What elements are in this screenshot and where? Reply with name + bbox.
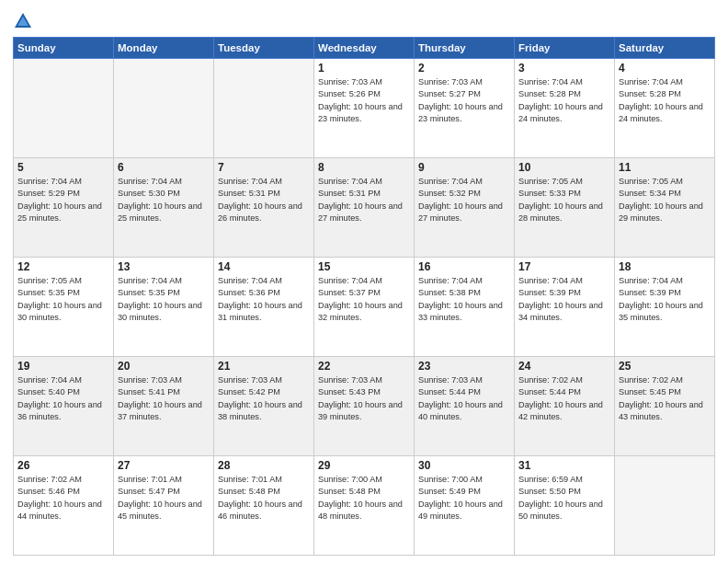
calendar-cell: 17Sunrise: 7:04 AMSunset: 5:39 PMDayligh…	[515, 258, 615, 357]
calendar-header-wednesday: Wednesday	[314, 38, 415, 59]
calendar-cell: 16Sunrise: 7:04 AMSunset: 5:38 PMDayligh…	[415, 258, 515, 357]
day-number: 1	[318, 62, 410, 75]
calendar-cell: 13Sunrise: 7:04 AMSunset: 5:35 PMDayligh…	[114, 258, 214, 357]
logo-icon	[13, 11, 33, 31]
day-number: 10	[518, 161, 610, 174]
day-number: 25	[619, 360, 711, 373]
cell-info: Sunrise: 6:59 AMSunset: 5:50 PMDaylight:…	[518, 474, 610, 523]
page: SundayMondayTuesdayWednesdayThursdayFrid…	[0, 0, 728, 563]
cell-info: Sunrise: 7:02 AMSunset: 5:46 PMDaylight:…	[17, 474, 109, 523]
cell-info: Sunrise: 7:03 AMSunset: 5:42 PMDaylight:…	[218, 374, 310, 423]
calendar-header-row: SundayMondayTuesdayWednesdayThursdayFrid…	[14, 38, 715, 59]
calendar-week-row: 26Sunrise: 7:02 AMSunset: 5:46 PMDayligh…	[14, 456, 715, 556]
cell-info: Sunrise: 7:04 AMSunset: 5:30 PMDaylight:…	[118, 176, 210, 224]
cell-info: Sunrise: 7:04 AMSunset: 5:39 PMDaylight:…	[518, 275, 610, 324]
day-number: 8	[318, 161, 410, 174]
day-number: 30	[418, 459, 510, 472]
calendar-week-row: 5Sunrise: 7:04 AMSunset: 5:29 PMDaylight…	[14, 158, 715, 258]
calendar-header-sunday: Sunday	[14, 38, 114, 59]
calendar-cell: 30Sunrise: 7:00 AMSunset: 5:49 PMDayligh…	[415, 456, 515, 556]
cell-info: Sunrise: 7:00 AMSunset: 5:49 PMDaylight:…	[418, 474, 510, 523]
day-number: 31	[518, 459, 610, 472]
calendar-cell: 14Sunrise: 7:04 AMSunset: 5:36 PMDayligh…	[214, 258, 314, 357]
calendar-cell: 12Sunrise: 7:05 AMSunset: 5:35 PMDayligh…	[14, 258, 114, 357]
day-number: 7	[218, 161, 310, 174]
header	[13, 9, 715, 31]
cell-info: Sunrise: 7:04 AMSunset: 5:38 PMDaylight:…	[418, 275, 510, 324]
calendar-cell	[615, 456, 715, 556]
cell-info: Sunrise: 7:04 AMSunset: 5:35 PMDaylight:…	[118, 275, 210, 324]
calendar-cell: 29Sunrise: 7:00 AMSunset: 5:48 PMDayligh…	[314, 456, 415, 556]
cell-info: Sunrise: 7:03 AMSunset: 5:27 PMDaylight:…	[418, 76, 510, 125]
day-number: 20	[118, 360, 210, 373]
calendar-cell: 21Sunrise: 7:03 AMSunset: 5:42 PMDayligh…	[214, 357, 314, 456]
cell-info: Sunrise: 7:01 AMSunset: 5:47 PMDaylight:…	[118, 474, 210, 523]
cell-info: Sunrise: 7:03 AMSunset: 5:43 PMDaylight:…	[318, 374, 410, 423]
cell-info: Sunrise: 7:02 AMSunset: 5:44 PMDaylight:…	[518, 374, 610, 423]
calendar-cell: 18Sunrise: 7:04 AMSunset: 5:39 PMDayligh…	[615, 258, 715, 357]
calendar-cell: 10Sunrise: 7:05 AMSunset: 5:33 PMDayligh…	[515, 158, 615, 258]
day-number: 23	[418, 360, 510, 373]
calendar-cell	[114, 59, 214, 158]
cell-info: Sunrise: 7:03 AMSunset: 5:41 PMDaylight:…	[118, 374, 210, 423]
calendar-week-row: 19Sunrise: 7:04 AMSunset: 5:40 PMDayligh…	[14, 357, 715, 456]
calendar-cell: 24Sunrise: 7:02 AMSunset: 5:44 PMDayligh…	[515, 357, 615, 456]
calendar-cell: 2Sunrise: 7:03 AMSunset: 5:27 PMDaylight…	[415, 59, 515, 158]
calendar-week-row: 1Sunrise: 7:03 AMSunset: 5:26 PMDaylight…	[14, 59, 715, 158]
calendar-cell: 23Sunrise: 7:03 AMSunset: 5:44 PMDayligh…	[415, 357, 515, 456]
cell-info: Sunrise: 7:04 AMSunset: 5:39 PMDaylight:…	[619, 275, 711, 324]
calendar-cell: 19Sunrise: 7:04 AMSunset: 5:40 PMDayligh…	[14, 357, 114, 456]
day-number: 19	[17, 360, 109, 373]
cell-info: Sunrise: 7:04 AMSunset: 5:31 PMDaylight:…	[318, 176, 410, 224]
calendar-cell: 27Sunrise: 7:01 AMSunset: 5:47 PMDayligh…	[114, 456, 214, 556]
day-number: 29	[318, 459, 410, 472]
day-number: 22	[318, 360, 410, 373]
calendar-cell: 28Sunrise: 7:01 AMSunset: 5:48 PMDayligh…	[214, 456, 314, 556]
cell-info: Sunrise: 7:01 AMSunset: 5:48 PMDaylight:…	[218, 474, 310, 523]
cell-info: Sunrise: 7:03 AMSunset: 5:44 PMDaylight:…	[418, 374, 510, 423]
calendar-cell: 7Sunrise: 7:04 AMSunset: 5:31 PMDaylight…	[214, 158, 314, 258]
calendar-cell: 5Sunrise: 7:04 AMSunset: 5:29 PMDaylight…	[14, 158, 114, 258]
calendar-cell: 26Sunrise: 7:02 AMSunset: 5:46 PMDayligh…	[14, 456, 114, 556]
calendar-cell: 31Sunrise: 6:59 AMSunset: 5:50 PMDayligh…	[515, 456, 615, 556]
calendar-week-row: 12Sunrise: 7:05 AMSunset: 5:35 PMDayligh…	[14, 258, 715, 357]
cell-info: Sunrise: 7:04 AMSunset: 5:37 PMDaylight:…	[318, 275, 410, 324]
day-number: 26	[17, 459, 109, 472]
day-number: 12	[17, 260, 109, 273]
cell-info: Sunrise: 7:05 AMSunset: 5:33 PMDaylight:…	[518, 176, 610, 224]
calendar-header-friday: Friday	[515, 38, 615, 59]
calendar-header-thursday: Thursday	[415, 38, 515, 59]
day-number: 2	[418, 62, 510, 75]
cell-info: Sunrise: 7:04 AMSunset: 5:28 PMDaylight:…	[518, 76, 610, 125]
cell-info: Sunrise: 7:04 AMSunset: 5:40 PMDaylight:…	[17, 374, 109, 423]
calendar-cell: 3Sunrise: 7:04 AMSunset: 5:28 PMDaylight…	[515, 59, 615, 158]
cell-info: Sunrise: 7:02 AMSunset: 5:45 PMDaylight:…	[619, 374, 711, 423]
calendar-cell	[214, 59, 314, 158]
calendar-cell: 15Sunrise: 7:04 AMSunset: 5:37 PMDayligh…	[314, 258, 415, 357]
calendar-cell: 11Sunrise: 7:05 AMSunset: 5:34 PMDayligh…	[615, 158, 715, 258]
day-number: 21	[218, 360, 310, 373]
calendar-cell	[14, 59, 114, 158]
day-number: 5	[17, 161, 109, 174]
cell-info: Sunrise: 7:03 AMSunset: 5:26 PMDaylight:…	[318, 76, 410, 125]
cell-info: Sunrise: 7:04 AMSunset: 5:32 PMDaylight:…	[418, 176, 510, 224]
day-number: 28	[218, 459, 310, 472]
cell-info: Sunrise: 7:00 AMSunset: 5:48 PMDaylight:…	[318, 474, 410, 523]
day-number: 15	[318, 260, 410, 273]
day-number: 18	[619, 260, 711, 273]
cell-info: Sunrise: 7:05 AMSunset: 5:35 PMDaylight:…	[17, 275, 109, 324]
calendar-cell: 22Sunrise: 7:03 AMSunset: 5:43 PMDayligh…	[314, 357, 415, 456]
calendar-header-saturday: Saturday	[615, 38, 715, 59]
day-number: 13	[118, 260, 210, 273]
calendar-cell: 8Sunrise: 7:04 AMSunset: 5:31 PMDaylight…	[314, 158, 415, 258]
day-number: 24	[518, 360, 610, 373]
calendar-cell: 25Sunrise: 7:02 AMSunset: 5:45 PMDayligh…	[615, 357, 715, 456]
cell-info: Sunrise: 7:04 AMSunset: 5:29 PMDaylight:…	[17, 176, 109, 224]
calendar-header-tuesday: Tuesday	[214, 38, 314, 59]
day-number: 14	[218, 260, 310, 273]
day-number: 16	[418, 260, 510, 273]
day-number: 6	[118, 161, 210, 174]
day-number: 11	[619, 161, 711, 174]
day-number: 3	[518, 62, 610, 75]
calendar: SundayMondayTuesdayWednesdayThursdayFrid…	[13, 37, 715, 556]
